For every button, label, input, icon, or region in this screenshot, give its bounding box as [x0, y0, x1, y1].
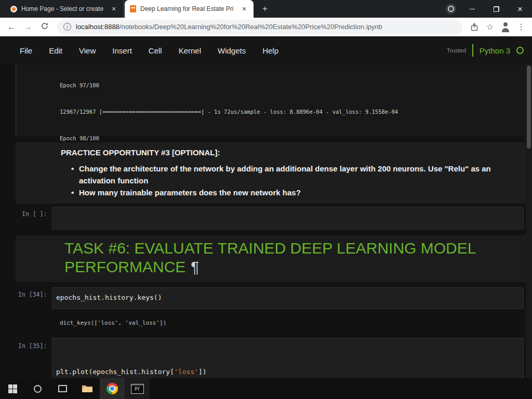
- window-controls: ×: [460, 0, 532, 18]
- new-tab-button[interactable]: +: [259, 3, 271, 15]
- notebook-area[interactable]: Epoch 97/100 12967/12967 [==============…: [0, 64, 532, 378]
- practice-title: PRACTICE OPPORTUNITY #3 [OPTIONAL]:: [61, 148, 220, 157]
- share-button[interactable]: [467, 23, 482, 31]
- refresh-icon: [41, 22, 49, 30]
- training-output-cell[interactable]: Epoch 97/100 12967/12967 [==============…: [16, 64, 526, 136]
- back-button[interactable]: ←: [3, 22, 20, 32]
- output-line: 12967/12967 [===========================…: [60, 108, 398, 116]
- menu-file[interactable]: File: [20, 46, 32, 55]
- browser-menu-button[interactable]: ⋮: [513, 22, 529, 32]
- code-input[interactable]: plt.plot(epochs_hist.history['loss']) pl…: [52, 338, 524, 378]
- close-button[interactable]: ×: [508, 0, 532, 18]
- menu-insert[interactable]: Insert: [112, 46, 132, 55]
- browser-titlebar: Home Page - Select or create a n × Deep …: [0, 0, 532, 18]
- file-explorer-button[interactable]: [75, 378, 100, 399]
- chrome-taskbar-button[interactable]: [100, 378, 125, 399]
- folder-icon: [82, 384, 93, 393]
- code-cell-34[interactable]: In [34]: epochs_hist.history.keys(): [16, 286, 526, 310]
- code-input[interactable]: epochs_hist.history.keys(): [52, 287, 524, 309]
- close-icon: ×: [517, 5, 523, 14]
- profile-button[interactable]: [498, 22, 513, 32]
- forward-button[interactable]: →: [20, 22, 36, 32]
- cell-34-output: dict_keys(['loss', 'val_loss']): [60, 320, 166, 326]
- search-button[interactable]: [25, 378, 50, 399]
- url-path: /notebooks/Deep%20Learning%20for%20Real%…: [119, 23, 382, 31]
- tab-title: Home Page - Select or create a n: [21, 5, 105, 12]
- avatar-icon: [500, 22, 511, 32]
- screen: Home Page - Select or create a n × Deep …: [0, 0, 532, 399]
- tab-close-icon[interactable]: ×: [240, 5, 248, 12]
- menu-widgets[interactable]: Widgets: [218, 46, 246, 55]
- anchor-icon[interactable]: ¶: [191, 258, 199, 275]
- practice-markdown-cell[interactable]: PRACTICE OPPORTUNITY #3 [OPTIONAL]: Chan…: [16, 142, 526, 204]
- restore-icon: [494, 6, 499, 12]
- kernel-status-icon: [516, 47, 524, 54]
- windows-logo-icon: [8, 384, 17, 393]
- tab-close-icon[interactable]: ×: [110, 5, 118, 12]
- scrollbar-thumb[interactable]: [527, 65, 531, 149]
- heading-text: TASK #6: EVALUATE TRAINED DEEP LEARNING …: [64, 240, 475, 275]
- practice-bullet-list: Change the architecture of the network b…: [79, 163, 502, 198]
- windows-taskbar: PY: [0, 378, 532, 399]
- task-view-button[interactable]: [50, 378, 75, 399]
- menu-kernel[interactable]: Kernel: [179, 46, 201, 55]
- jupyter-header: File Edit View Insert Cell Kernel Widget…: [0, 36, 532, 64]
- tab-home-page[interactable]: Home Page - Select or create a n ×: [5, 0, 124, 18]
- share-icon: [470, 23, 478, 31]
- address-bar[interactable]: i localhost:8888 /notebooks/Deep%20Learn…: [57, 20, 462, 34]
- restore-button[interactable]: [484, 0, 508, 18]
- trusted-badge: Trusted: [447, 47, 466, 54]
- kernel-name: Python 3: [480, 46, 510, 55]
- search-icon: [34, 385, 42, 393]
- url-host: localhost:8888: [76, 23, 119, 31]
- minimize-button[interactable]: [460, 0, 484, 18]
- tab-title: Deep Learning for Real Estate Pri: [140, 5, 236, 12]
- code-line: epochs_hist.history.keys(): [52, 288, 523, 301]
- practice-bullet: Change the architecture of the network b…: [79, 163, 502, 187]
- site-info-icon[interactable]: i: [63, 23, 71, 31]
- terminal-label: PY: [135, 387, 140, 392]
- practice-bullet: How many trainable parameters does the n…: [79, 187, 502, 198]
- cell-prompt: In [ ]:: [22, 210, 47, 218]
- bookmark-button[interactable]: ☆: [482, 22, 498, 32]
- tab-notebook[interactable]: Deep Learning for Real Estate Pri ×: [125, 0, 254, 18]
- code-cell-35[interactable]: In [35]: plt.plot(epochs_hist.history['l…: [16, 337, 526, 378]
- code-lines: plt.plot(epochs_hist.history['loss']) pl…: [52, 338, 523, 378]
- minimize-icon: [470, 9, 475, 9]
- jupyter-home-favicon-icon: [10, 6, 17, 12]
- output-line: Epoch 97/100: [60, 81, 398, 90]
- code-input[interactable]: [52, 207, 524, 230]
- task6-heading-cell[interactable]: TASK #6: EVALUATE TRAINED DEEP LEARNING …: [16, 235, 526, 282]
- code-line: plt.plot(epochs_hist.history['loss']): [56, 366, 523, 378]
- cell-prompt: In [35]:: [18, 342, 47, 350]
- browser-toolbar: ← → i localhost:8888 /notebooks/Deep%20L…: [0, 18, 532, 36]
- toolbar-actions: ☆ ⋮: [467, 22, 529, 32]
- refresh-button[interactable]: [36, 22, 53, 32]
- string-literal: 'loss': [174, 368, 198, 376]
- jupyter-menubar: File Edit View Insert Cell Kernel Widget…: [20, 36, 278, 64]
- empty-code-cell[interactable]: In [ ]:: [16, 207, 526, 231]
- task6-heading: TASK #6: EVALUATE TRAINED DEEP LEARNING …: [64, 239, 522, 276]
- task-view-icon: [58, 385, 67, 392]
- media-controls-button[interactable]: [446, 4, 456, 14]
- chrome-icon: [107, 383, 118, 394]
- output-line: Epoch 98/100: [60, 134, 398, 143]
- menu-help[interactable]: Help: [262, 46, 278, 55]
- kernel-divider: [472, 44, 473, 57]
- jupyter-notebook-favicon-icon: [130, 5, 136, 12]
- cell-prompt: In [34]:: [18, 291, 47, 298]
- kernel-status-area: Trusted Python 3: [447, 36, 524, 64]
- terminal-icon: PY: [131, 384, 144, 394]
- page-scrollbar[interactable]: [526, 64, 532, 378]
- menu-cell[interactable]: Cell: [149, 46, 162, 55]
- menu-view[interactable]: View: [79, 46, 96, 55]
- terminal-taskbar-button[interactable]: PY: [125, 378, 150, 399]
- menu-edit[interactable]: Edit: [49, 46, 62, 55]
- start-button[interactable]: [0, 378, 25, 399]
